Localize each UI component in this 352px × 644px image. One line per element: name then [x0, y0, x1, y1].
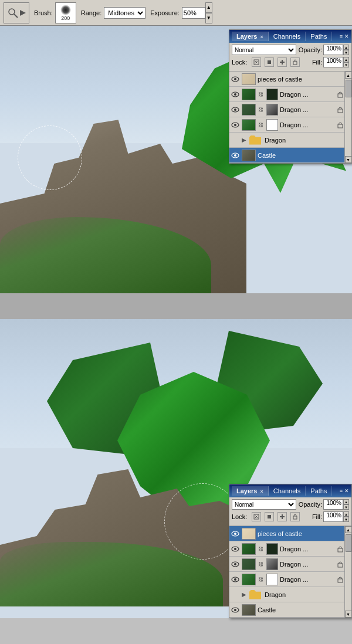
- lock-icon-d2: [337, 106, 343, 113]
- svg-point-36: [234, 563, 236, 565]
- eye-toggle-pieces-bottom[interactable]: [231, 529, 240, 538]
- lock-all-icon-b: [292, 514, 298, 520]
- layer-row-pieces-castle-bottom[interactable]: pieces of castle: [229, 526, 344, 541]
- lock-all-btn-bottom[interactable]: [290, 512, 300, 521]
- layer-thumb-dragon3-bottom: [242, 574, 256, 585]
- panel-menu-top[interactable]: ≡: [340, 33, 343, 39]
- fill-value-top[interactable]: 100%: [323, 57, 343, 67]
- fill-value-bottom[interactable]: 100%: [323, 511, 343, 522]
- chain-icon-d2: ⛓: [258, 107, 263, 113]
- lock-position-btn-bottom[interactable]: [277, 512, 287, 521]
- range-select[interactable]: Midtones: [104, 7, 145, 19]
- layer-row-dragon1-top[interactable]: ⛓ Dragon ...: [229, 87, 344, 102]
- lock-transparent-icon: [253, 59, 259, 65]
- top-toolbar: Brush: 200 Range: Midtones Exposure: 50%…: [0, 0, 352, 26]
- fill-up-bottom[interactable]: ▲: [343, 511, 349, 517]
- tab-layers-top[interactable]: Layers ×: [232, 32, 269, 41]
- svg-point-13: [234, 93, 236, 96]
- eye-toggle-pieces-top[interactable]: [231, 74, 240, 84]
- exposure-label: Exposure:: [150, 9, 180, 16]
- panel-close-bottom[interactable]: ✕: [344, 488, 349, 494]
- group-arrow-bottom[interactable]: ▶: [242, 591, 246, 598]
- group-arrow-top[interactable]: ▶: [242, 137, 246, 143]
- brush-size-value: 200: [61, 15, 70, 21]
- tool-selector[interactable]: [4, 2, 29, 23]
- lock-image-btn-top[interactable]: [265, 57, 274, 67]
- lock-image-btn-bottom[interactable]: [265, 512, 274, 521]
- layer-mask-dragon2-top: [266, 104, 278, 116]
- layer-row-dragon1-bottom[interactable]: ⛓ Dragon ...: [229, 541, 344, 557]
- tab-channels-top[interactable]: Channels: [269, 32, 306, 41]
- panel-close-top[interactable]: ✕: [344, 33, 349, 39]
- lock-transparent-icon-b: [253, 514, 259, 520]
- svg-line-1: [14, 14, 18, 18]
- eye-toggle-dragon2-top[interactable]: [231, 105, 240, 114]
- opacity-up-top[interactable]: ▲: [343, 45, 349, 50]
- exposure-up-btn[interactable]: ▲: [205, 2, 212, 13]
- exposure-down-btn[interactable]: ▼: [205, 13, 212, 23]
- blend-mode-select-top[interactable]: Normal: [232, 45, 296, 55]
- panel-titlebar-top: Layers × Channels Paths ≡ ✕: [229, 30, 351, 43]
- panel-menu-bottom[interactable]: ≡: [340, 488, 343, 494]
- gray-bar-bottom: [0, 618, 352, 644]
- scroll-up-top[interactable]: ▲: [345, 72, 352, 79]
- lock-fill-row-top: Lock:: [232, 57, 349, 67]
- layer-row-dragon3-top[interactable]: ⛓ Dragon ...: [229, 117, 344, 133]
- opacity-down-bottom[interactable]: ▼: [343, 504, 349, 510]
- layer-row-dragon2-top[interactable]: ⛓ Dragon ...: [229, 102, 344, 117]
- layer-row-dragon3-bottom[interactable]: ⛓ Dragon ...: [229, 572, 344, 587]
- svg-rect-40: [338, 579, 343, 582]
- layer-name-castle-top: Castle: [258, 152, 343, 159]
- lock-transparent-btn-top[interactable]: [252, 57, 261, 67]
- scroll-thumb-bottom[interactable]: [346, 534, 351, 552]
- opacity-value-bottom[interactable]: 100%: [323, 499, 343, 510]
- layer-row-pieces-castle-top[interactable]: pieces of castle: [229, 72, 344, 87]
- lock-transparent-btn-bottom[interactable]: [252, 512, 261, 521]
- fill-up-top[interactable]: ▲: [343, 57, 349, 62]
- tab-paths-top[interactable]: Paths: [306, 32, 332, 41]
- eye-toggle-castle-bottom[interactable]: [231, 605, 240, 615]
- layer-row-dragon2-bottom[interactable]: ⛓ Dragon ...: [229, 557, 344, 572]
- opacity-up-bottom[interactable]: ▲: [343, 499, 349, 504]
- eye-toggle-dragon2-bottom[interactable]: [231, 560, 240, 569]
- opacity-section-top: Opacity: 100% ▲ ▼: [299, 45, 349, 55]
- fill-down-top[interactable]: ▼: [343, 62, 349, 67]
- eye-toggle-dragon1-top[interactable]: [231, 90, 240, 99]
- layer-thumb-dragon3-top: [242, 119, 256, 131]
- blend-opacity-row-bottom: Normal Opacity: 100% ▲ ▼: [232, 499, 349, 510]
- brush-preview-box[interactable]: 200: [55, 2, 76, 23]
- fill-down-bottom[interactable]: ▼: [343, 517, 349, 522]
- eye-toggle-dragon3-top[interactable]: [231, 120, 240, 130]
- opacity-value-top[interactable]: 100%: [323, 45, 343, 55]
- lock-position-btn-top[interactable]: [277, 57, 287, 67]
- layer-row-dragon-group-bottom[interactable]: ▶ Dragon: [229, 587, 344, 602]
- layer-thumb-dragon1-bottom: [242, 543, 256, 555]
- layer-row-castle-bottom[interactable]: Castle: [229, 602, 344, 618]
- eye-toggle-dragon3-bottom[interactable]: [231, 575, 240, 584]
- scroll-thumb-top[interactable]: [346, 80, 351, 97]
- panel-tabs-bottom: Layers × Channels Paths: [232, 486, 332, 496]
- scroll-up-bottom[interactable]: ▲: [345, 526, 352, 533]
- lock-image-icon-b: [266, 514, 272, 520]
- fill-label-bottom: Fill:: [312, 513, 322, 520]
- layer-mask-dragon2-bottom: [266, 558, 278, 570]
- eye-toggle-dragon1-bottom[interactable]: [231, 544, 240, 554]
- fill-section-bottom: Fill: 100% ▲ ▼: [312, 511, 349, 522]
- blend-opacity-row-top: Normal Opacity: 100% ▲ ▼: [232, 45, 349, 55]
- lock-all-btn-top[interactable]: [290, 57, 300, 67]
- panel-titlebar-bottom: Layers × Channels Paths ≡ ✕: [229, 484, 351, 497]
- layer-mask-dragon1-bottom: [266, 543, 278, 555]
- tab-channels-bottom[interactable]: Channels: [269, 486, 306, 496]
- layer-row-dragon-group-top[interactable]: ▶ Dragon: [229, 133, 344, 148]
- eye-toggle-castle-top[interactable]: [231, 151, 240, 160]
- scroll-down-bottom[interactable]: ▼: [345, 611, 352, 618]
- scroll-down-top[interactable]: ▼: [345, 156, 352, 163]
- tab-paths-bottom[interactable]: Paths: [306, 486, 332, 496]
- opacity-down-top[interactable]: ▼: [343, 50, 349, 55]
- tab-close-layers-top[interactable]: ×: [260, 34, 263, 40]
- tab-layers-bottom[interactable]: Layers ×: [232, 486, 269, 496]
- layer-row-castle-top[interactable]: Castle: [229, 148, 344, 163]
- layer-thumb-castle-bottom: [242, 604, 256, 616]
- tab-close-layers-bottom[interactable]: ×: [260, 489, 263, 494]
- blend-mode-select-bottom[interactable]: Normal: [232, 499, 296, 510]
